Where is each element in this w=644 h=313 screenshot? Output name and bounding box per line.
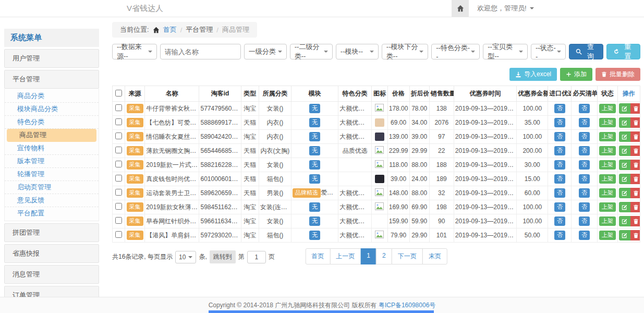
sidebar-item-商品管理[interactable]: 商品管理 (7, 129, 96, 142)
select-row-checkbox[interactable] (115, 118, 122, 125)
must-buy-badge[interactable]: 否 (579, 174, 590, 183)
page-button-上一页[interactable]: 上一页 (330, 248, 361, 264)
page-button-2[interactable]: 2 (376, 248, 392, 264)
home-button[interactable] (452, 0, 469, 17)
delete-button[interactable] (630, 146, 640, 156)
edit-button[interactable] (619, 202, 630, 212)
select-row-checkbox[interactable] (115, 189, 122, 196)
must-buy-badge[interactable]: 否 (579, 160, 590, 169)
jump-button[interactable]: 跳转到 (210, 250, 236, 263)
filter-select-特色分类[interactable]: --特色分类-- (431, 44, 480, 59)
status-badge[interactable]: 上架 (599, 104, 616, 113)
edit-button[interactable] (619, 117, 630, 128)
must-buy-badge[interactable]: 否 (579, 231, 590, 239)
filter-select-宝贝类型[interactable]: --宝贝类型-- (483, 44, 528, 59)
breadcrumb-level1[interactable]: 平台管理 (186, 25, 213, 34)
sidebar-section-省惠快报[interactable]: 省惠快报 (4, 244, 99, 263)
import-select-badge[interactable]: 否 (554, 216, 565, 225)
user-menu[interactable]: 欢迎您，管理员! (477, 4, 534, 13)
edit-button[interactable] (619, 160, 630, 170)
must-buy-badge[interactable]: 否 (579, 202, 590, 211)
status-badge[interactable]: 上架 (599, 118, 616, 127)
select-row-checkbox[interactable] (115, 231, 122, 238)
import-select-badge[interactable]: 否 (554, 202, 565, 211)
sidebar-item-特色分类[interactable]: 特色分类 (5, 116, 99, 129)
page-button-下一页[interactable]: 下一页 (392, 248, 423, 264)
edit-button[interactable] (619, 188, 630, 198)
delete-button[interactable] (630, 117, 640, 128)
sidebar-item-轮播管理[interactable]: 轮播管理 (5, 168, 99, 181)
horizontal-scrollbar-thumb[interactable] (209, 310, 434, 313)
filter-select-数据来源[interactable]: --数据来源-- (112, 44, 157, 59)
import-select-badge[interactable]: 否 (554, 188, 565, 197)
edit-button[interactable] (619, 216, 630, 226)
import-select-badge[interactable]: 否 (554, 146, 565, 155)
import-select-badge[interactable]: 否 (554, 104, 565, 113)
delete-button[interactable] (630, 174, 640, 184)
import-select-badge[interactable]: 否 (554, 231, 565, 239)
status-badge[interactable]: 上架 (599, 160, 616, 169)
select-row-checkbox[interactable] (115, 104, 122, 111)
sidebar-section-消息管理[interactable]: 消息管理 (4, 265, 99, 284)
sidebar-section-平台管理[interactable]: 平台管理 (4, 70, 99, 89)
edit-button[interactable] (619, 131, 630, 142)
delete-button[interactable] (630, 160, 640, 170)
edit-button[interactable] (619, 146, 630, 156)
import-select-badge[interactable]: 否 (554, 160, 565, 169)
sidebar-item-平台配置[interactable]: 平台配置 (5, 207, 99, 220)
sidebar-section-拼团管理[interactable]: 拼团管理 (4, 223, 99, 242)
jump-page-input[interactable] (247, 251, 266, 263)
sidebar-section-用户管理[interactable]: 用户管理 (4, 49, 99, 68)
status-badge[interactable]: 上架 (599, 188, 616, 197)
select-row-checkbox[interactable] (115, 147, 122, 153)
select-row-checkbox[interactable] (115, 161, 122, 167)
page-button-1[interactable]: 1 (360, 248, 376, 264)
icp-link[interactable]: 粤ICP备16098006号 (379, 301, 435, 310)
breadcrumb-home-link[interactable]: 首页 (163, 25, 177, 34)
import-select-badge[interactable]: 否 (554, 132, 565, 141)
sidebar-item-版本管理[interactable]: 版本管理 (5, 155, 99, 168)
batch-delete-button[interactable]: 批量删除 (596, 68, 640, 81)
select-all-checkbox[interactable] (115, 90, 122, 97)
reset-button[interactable]: 重置 (606, 44, 640, 59)
edit-button[interactable] (619, 174, 630, 184)
page-button-首页[interactable]: 首页 (305, 248, 330, 264)
sidebar-item-意见反馈[interactable]: 意见反馈 (5, 194, 99, 207)
delete-button[interactable] (630, 188, 640, 198)
filter-select-二级分类[interactable]: --二级分类-- (290, 44, 333, 59)
status-badge[interactable]: 上架 (599, 174, 616, 183)
name-search-input[interactable] (160, 44, 241, 59)
import-select-badge[interactable]: 否 (554, 174, 565, 183)
query-button[interactable]: 查询 (569, 44, 603, 59)
import-excel-button[interactable]: 导入excel (509, 68, 557, 81)
delete-button[interactable] (630, 216, 640, 226)
sidebar-item-启动页管理[interactable]: 启动页管理 (5, 181, 99, 194)
must-buy-badge[interactable]: 否 (579, 146, 590, 155)
must-buy-badge[interactable]: 否 (579, 118, 590, 127)
delete-button[interactable] (630, 131, 640, 142)
page-button-末页[interactable]: 末页 (422, 248, 447, 264)
status-badge[interactable]: 上架 (599, 146, 616, 155)
select-row-checkbox[interactable] (115, 217, 122, 224)
delete-button[interactable] (630, 103, 640, 114)
must-buy-badge[interactable]: 否 (579, 104, 590, 113)
sidebar-item-模块商品分类[interactable]: 模块商品分类 (5, 103, 99, 116)
select-row-checkbox[interactable] (115, 175, 122, 182)
filter-select-状态[interactable]: --状态-- (531, 44, 566, 59)
filter-select-一级分类[interactable]: 一级分类 (244, 44, 287, 59)
delete-button[interactable] (630, 230, 640, 240)
status-badge[interactable]: 上架 (599, 202, 616, 211)
status-badge[interactable]: 上架 (599, 216, 616, 225)
filter-select-模块下分类[interactable]: --模块下分类-- (382, 44, 428, 59)
must-buy-badge[interactable]: 否 (579, 188, 590, 197)
delete-button[interactable] (630, 202, 640, 212)
must-buy-badge[interactable]: 否 (579, 132, 590, 141)
add-button[interactable]: 添加 (560, 68, 592, 81)
page-size-select[interactable]: 10 (175, 251, 196, 263)
import-select-badge[interactable]: 否 (554, 118, 565, 127)
select-row-checkbox[interactable] (115, 133, 122, 139)
status-badge[interactable]: 上架 (599, 132, 616, 141)
sidebar-item-商品分类[interactable]: 商品分类 (5, 90, 99, 103)
edit-button[interactable] (619, 230, 630, 240)
edit-button[interactable] (619, 103, 630, 114)
